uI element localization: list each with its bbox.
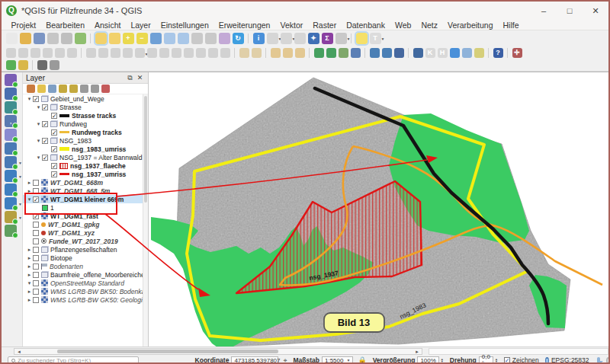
new-project-icon[interactable] (6, 33, 18, 44)
layer-visibility-checkbox[interactable] (33, 272, 39, 278)
layer-tree-row[interactable]: ✓nsg_1937_flaeche (23, 161, 143, 170)
vertex-tool-icon[interactable] (147, 48, 157, 58)
chevron-down-icon[interactable]: ▼ (18, 202, 22, 206)
chevron-down-icon[interactable]: ▼ (18, 216, 22, 220)
add-mssql-layer-icon[interactable]: ▼ (5, 156, 17, 168)
paste-features-icon[interactable] (196, 48, 206, 58)
save-project-icon[interactable] (34, 33, 45, 44)
manage-map-themes-icon[interactable] (48, 85, 56, 93)
menu-bearbeiten[interactable]: Bearbeiten (41, 21, 90, 30)
rotation-spinbox[interactable]: 0,0 ° (479, 356, 493, 364)
measure-icon[interactable]: ▼ (336, 33, 347, 44)
map-canvas[interactable]: nsg_1937 nsg_1983 Bild 13 (149, 72, 610, 347)
layer-visibility-checkbox[interactable]: ✓ (51, 163, 57, 169)
menu-raster[interactable]: Raster (308, 21, 342, 30)
messages-icon[interactable] (597, 357, 601, 363)
db-manager-icon[interactable] (351, 48, 361, 58)
layer-visibility-checkbox[interactable] (33, 238, 39, 244)
layer-tree-row[interactable]: ✓nsg_1983_umriss (23, 145, 143, 153)
zoom-full-icon[interactable] (150, 33, 162, 44)
add-raster-layer-icon[interactable] (5, 88, 17, 100)
expander-icon[interactable]: ▾ (26, 196, 33, 203)
new-map-view-icon[interactable] (219, 33, 230, 44)
menu-web[interactable]: Web (390, 21, 416, 30)
deselect-all-icon[interactable] (271, 48, 281, 58)
delete-selected-icon[interactable] (159, 48, 169, 58)
add-wms-layer-icon[interactable]: ▼ (5, 170, 17, 182)
expander-icon[interactable]: ▾ (26, 96, 33, 102)
filter-by-expression-icon[interactable] (69, 85, 78, 93)
layer-visibility-checkbox[interactable] (33, 297, 39, 303)
menu-einstellungen[interactable]: Einstellungen (156, 21, 214, 30)
scroll-right-icon[interactable]: ▸ (413, 349, 422, 355)
add-mesh-layer-icon[interactable] (5, 101, 17, 113)
expander-icon[interactable]: ▸ (26, 188, 33, 194)
expander-icon[interactable]: ▾ (26, 280, 33, 286)
expander-icon[interactable]: ▾ (35, 155, 42, 161)
add-group-icon[interactable] (37, 85, 46, 93)
layer-tree-row[interactable]: ✓Strasse tracks (23, 111, 143, 120)
kml-tools-icon[interactable]: K (425, 48, 435, 58)
zoom-out-icon[interactable]: − (136, 33, 148, 44)
zoom-last-icon[interactable] (191, 33, 203, 44)
menu-ansicht[interactable]: Ansicht (89, 21, 125, 30)
cut-features-icon[interactable] (172, 48, 181, 58)
chevron-down-icon[interactable]: ▼ (18, 174, 22, 179)
add-vector-layer-icon[interactable] (5, 74, 17, 86)
add-virtual-layer-icon[interactable] (5, 225, 17, 237)
layer-visibility-checkbox[interactable]: ✓ (51, 171, 57, 177)
layer-visibility-checkbox[interactable] (33, 255, 39, 261)
scroll-left-icon[interactable]: ◂ (14, 349, 24, 355)
layer-visibility-checkbox[interactable]: ✓ (42, 121, 48, 127)
new-geopackage-icon[interactable] (314, 48, 324, 58)
collapse-all-icon[interactable] (91, 85, 99, 93)
move-label-icon[interactable] (67, 48, 77, 58)
menu-projekt[interactable]: Projekt (6, 21, 41, 30)
select-all-icon[interactable] (283, 48, 293, 58)
layer-visibility-checkbox[interactable] (33, 280, 39, 286)
layer-tree-row[interactable]: 1 (23, 203, 143, 212)
add-spatialite-layer-icon[interactable] (5, 129, 17, 141)
menu-erweiterungen[interactable]: Erweiterungen (214, 21, 275, 30)
add-feature-icon[interactable]: ▼ (135, 48, 145, 58)
layer-visibility-checkbox[interactable]: ✓ (51, 129, 57, 136)
lock-scale-icon[interactable] (37, 60, 47, 70)
layer-tree-row[interactable]: ▾✓WT_DGM1 kleiner 669m (23, 195, 143, 203)
layer-tree-row[interactable]: ▸Biotope (23, 254, 143, 262)
layer-tree-scrollbar[interactable] (143, 94, 148, 346)
magnifier-spinbox[interactable]: 100% (417, 356, 438, 364)
minimize-button[interactable]: – (531, 2, 557, 20)
select-features-icon[interactable]: ▼ (267, 33, 278, 44)
pin-labels-icon[interactable] (43, 48, 53, 58)
copy-features-icon[interactable] (184, 48, 194, 58)
add-wcs-layer-icon[interactable]: ▼ (5, 197, 17, 209)
locator-search-input[interactable]: Zu suchender Typ (Strg+K) (8, 356, 139, 364)
chevron-down-icon[interactable]: ▼ (18, 161, 22, 165)
layer-tree-row[interactable]: ✓Rundweg tracks (23, 128, 143, 136)
metasearch-icon[interactable] (370, 48, 380, 58)
map-tips-icon[interactable] (356, 33, 368, 44)
expander-icon[interactable]: ▸ (26, 247, 33, 253)
zoom-next-icon[interactable] (205, 33, 217, 44)
add-wfs-layer-icon[interactable]: ▼ (5, 211, 17, 223)
expander-icon[interactable]: ▾ (35, 138, 42, 144)
wms-globe-icon[interactable] (382, 48, 392, 58)
magnifier-tool-icon[interactable] (50, 60, 59, 70)
layer-tree-row[interactable]: ▸WMS LGRB-BW GK50: Geologische Ka (23, 295, 143, 304)
plugin-builder-icon[interactable] (6, 60, 16, 70)
layer-visibility-checkbox[interactable]: ✓ (33, 213, 39, 219)
layer-tree-row[interactable]: ▸WMS LGRB-BW BK50: Bodenkarte 1 : 5 (23, 287, 143, 295)
lock-icon[interactable]: 🔒 (358, 356, 366, 364)
layer-tree-row[interactable]: ▾✓Strasse (23, 103, 143, 111)
identify-features-icon[interactable]: i (253, 33, 265, 44)
tile-layer-icon[interactable] (462, 48, 472, 58)
refresh-icon[interactable]: ↻ (233, 33, 244, 44)
layer-visibility-checkbox[interactable]: ✓ (42, 138, 48, 144)
layer-visibility-checkbox[interactable] (33, 247, 39, 253)
layer-visibility-checkbox[interactable]: ✓ (51, 146, 57, 152)
toggle-editing-icon[interactable] (98, 48, 108, 58)
osm-tools-icon[interactable] (18, 60, 28, 70)
expander-icon[interactable]: ▸ (26, 255, 33, 261)
pan-map-icon[interactable] (95, 33, 107, 44)
layer-tree-row[interactable]: ▸WT_DGM1_668_5m (23, 187, 143, 195)
